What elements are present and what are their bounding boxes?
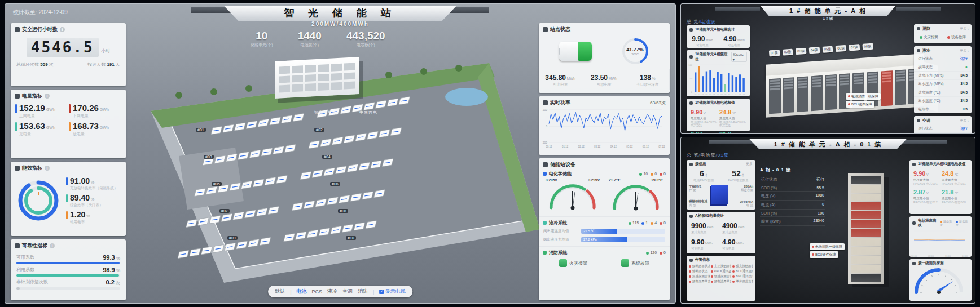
breadcrumb-item[interactable]: 总 览	[687, 153, 698, 158]
rack-chip[interactable]: 03簇	[796, 48, 806, 55]
info-icon[interactable]: i	[45, 94, 50, 99]
rack-chip[interactable]: 07簇	[849, 44, 860, 51]
energy-indicators-card: 电量指标i 152.19 GWh上网电量170.26 GWh下网电量153.63…	[11, 90, 126, 158]
toolbar-item-电池[interactable]: 电池	[296, 288, 306, 295]
rack-module	[854, 79, 863, 82]
legend-item: 最低温度	[956, 220, 969, 226]
rack-module	[854, 82, 863, 84]
breadcrumb-item[interactable]: 总 览	[687, 19, 698, 24]
unit-3d-container[interactable]: 01簇02簇03簇04簇05簇06簇07簇08簇	[760, 43, 929, 122]
site-map-3d[interactable]: #01#02#03#04#05#06#07#08#09#10智光电气中国西电	[128, 43, 546, 286]
reliability-card: 可靠性指标i 可用系数99.3 % 利用系数98.9 % 非计划停运次数0.2 …	[11, 239, 126, 300]
soc-select-dropdown[interactable]: 簇SOC ▾	[731, 52, 747, 62]
callout-bcu[interactable]: BCU硬件保障	[810, 251, 838, 258]
rack-chip[interactable]: 02簇	[782, 48, 793, 55]
container-row-label[interactable]: #02	[314, 128, 324, 132]
legend-item: 1	[641, 221, 648, 225]
svg-text:06: 06	[713, 94, 715, 96]
station-capacity: 200MW/400MWh	[311, 21, 369, 27]
more-link[interactable]: 更多	[746, 162, 753, 167]
side-card-header: 消防更多 ›	[914, 24, 972, 33]
chart-icon	[689, 55, 693, 59]
container-row-label[interactable]: #05	[212, 182, 222, 186]
rack-module	[784, 87, 794, 89]
svg-text:16:00: 16:00	[945, 255, 951, 257]
window	[331, 64, 342, 72]
container-row-label[interactable]: #03	[204, 155, 214, 159]
container-row-label[interactable]: #09	[227, 236, 238, 240]
callout-fire-protection[interactable]: 电池消防一级保障	[810, 243, 845, 250]
container-row-label[interactable]: #08	[338, 209, 348, 213]
efficiency-card: 能效指标i 91.00 %充放电转换效率（储能系统）89.40 %综合效率（关口…	[11, 162, 126, 236]
more-link[interactable]: 更多 ›	[960, 26, 969, 32]
info-icon[interactable]: i	[60, 27, 65, 32]
layer-toolbar: 默认|电池PCS液冷空调消防|✓ 显示电缆	[268, 286, 412, 297]
breadcrumb-item[interactable]: 电池簇	[700, 153, 715, 158]
rack-module	[851, 274, 881, 282]
alarm-item: PACK通讯故障	[711, 269, 732, 273]
rack-module	[851, 265, 881, 273]
callout-bcu[interactable]: BCU硬件保障	[846, 101, 874, 108]
svg-text:08: 08	[720, 94, 723, 96]
toolbar-item-液冷[interactable]: 液冷	[327, 288, 337, 295]
rack-chip[interactable]: 01簇	[769, 50, 780, 56]
container-row-label[interactable]: #04	[322, 155, 332, 159]
unit-energy-card: 1#储能单元A相电量统计 9.90 MWh可充电量4.90 MWh可放电量	[687, 25, 750, 48]
svg-text:03:12: 03:12	[594, 145, 601, 148]
energy-item: 170.26 GWh下网电量	[69, 103, 121, 119]
svg-text:12: 12	[735, 94, 737, 96]
toolbar-item-空调[interactable]: 空调	[342, 288, 353, 295]
rack-module	[868, 78, 877, 81]
shield-icon	[15, 27, 20, 32]
container-row-label[interactable]: #10	[346, 236, 356, 240]
container-row-label[interactable]: #06	[330, 182, 340, 186]
unit-a-title: 1 # 储 能 单 元 - A 相	[758, 6, 899, 16]
legend-item: 0	[651, 172, 657, 176]
rack-module	[784, 81, 794, 83]
building-windows	[279, 63, 355, 92]
reliability-rows: 可用系数99.3 % 利用系数98.9 % 非计划停运次数0.2 次	[11, 251, 126, 293]
legend-item: 0	[660, 251, 666, 255]
efficiency-stats: 91.00 %充放电转换效率（储能系统）89.40 %综合效率（关口表）1.20…	[63, 174, 122, 226]
bolt-icon	[689, 215, 693, 218]
realtime-power-chart: 2000-20000:1201:1202:1203:1204:1205:1206…	[539, 108, 665, 153]
cluster-rack-3d[interactable]	[845, 170, 893, 288]
more-link[interactable]: 更多 ›	[960, 118, 969, 123]
container-row-label[interactable]: #01	[196, 128, 206, 132]
callout-fire-protection[interactable]: 电池消防一级保障	[846, 93, 881, 100]
kv-row: 故障状态●	[914, 133, 972, 134]
more-link[interactable]: 更多 ›	[960, 48, 969, 54]
rack-chip[interactable]: 08簇	[862, 43, 873, 50]
rack-chip[interactable]: 05簇	[822, 46, 833, 53]
cluster-info-card: 簇信息更多 6 个电池PACK数量52 个PACK电芯数量 宁德时代厂 家280…	[687, 160, 755, 210]
alarm-item: 主正接触器状态	[711, 264, 732, 268]
breadcrumb-item[interactable]: 电池簇	[700, 19, 715, 24]
fire-gauge-title: 簇一级消防探测	[918, 261, 944, 266]
unit-extremes-grid: 9.90 V电压最大值电池簇01-PACK05-电芯00124.8 ℃温度最大值…	[687, 106, 750, 134]
toolbar-item-消防[interactable]: 消防	[358, 288, 368, 295]
rack-column	[811, 75, 823, 111]
svg-text:09: 09	[724, 94, 726, 96]
container-row-label[interactable]: #07	[219, 209, 230, 213]
cluster-summary-title: A 相 - 0 1 簇	[760, 167, 825, 175]
rack-chip[interactable]: 04簇	[809, 47, 820, 54]
show-cable-checkbox[interactable]: ✓ 显示电缆	[379, 288, 406, 295]
info-icon[interactable]: i	[50, 243, 55, 248]
toolbar-item-PCS[interactable]: PCS	[311, 289, 322, 295]
energy-grid: 152.19 GWh上网电量170.26 GWh下网电量153.63 GWh充电…	[11, 101, 126, 139]
rack-module	[851, 220, 881, 228]
cluster-energy-card: A相簇01电量统计 9900 kWh累计充电量4900 kWh累计放电量9.90…	[687, 212, 755, 253]
safety-substat: 投运天数 191 天	[87, 61, 120, 68]
kv-row: 进水压力 (MPa)34.5	[914, 72, 972, 80]
info-icon[interactable]: i	[45, 166, 50, 171]
window	[279, 85, 290, 93]
station-stat: 345.80 MWh可充电量	[539, 69, 582, 90]
svg-text:0: 0	[691, 91, 693, 94]
breadcrumb-item[interactable]: 01簇	[718, 153, 729, 158]
toolbar-item-默认[interactable]: 默认	[275, 288, 285, 295]
cluster-01-dashboard: 1 # 储 能 单 元 - A 相 - 0 1 簇 总 览/电池簇/01簇 簇信…	[680, 137, 975, 304]
box-icon	[689, 163, 693, 166]
kv-row: 故障状态●	[914, 63, 972, 72]
rack-chip[interactable]: 06簇	[836, 45, 846, 52]
rack-module	[770, 88, 780, 90]
